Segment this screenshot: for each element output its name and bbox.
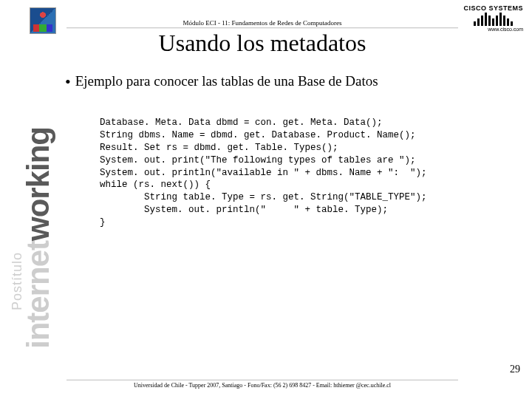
bullet-text: Ejemplo para conocer las tablas de una B… xyxy=(75,73,378,89)
slide-number: 29 xyxy=(510,364,520,375)
sidebar-internetworking: internetworking xyxy=(21,127,56,349)
cisco-bars-icon xyxy=(463,13,523,26)
module-subtitle: Módulo ECI - 11: Fundamentos de Redes de… xyxy=(66,19,458,28)
cisco-logo: CISCO SYSTEMS www.cisco.com xyxy=(463,4,523,32)
sidebar-internet-dark: working xyxy=(21,127,55,241)
code-block: Database. Meta. Data dbmd = con. get. Me… xyxy=(100,117,510,229)
page-title: Usando los metadatos xyxy=(66,30,458,57)
bullet-dot-icon: • xyxy=(65,72,71,91)
footer-text: Universidad de Chile - Tupper 2007, Sant… xyxy=(66,380,458,389)
cisco-brand-text: CISCO SYSTEMS xyxy=(463,4,523,12)
uchile-emblem xyxy=(30,7,56,34)
cisco-url: www.cisco.com xyxy=(463,27,523,32)
bullet-item: •Ejemplo para conocer las tablas de una … xyxy=(65,72,510,92)
sidebar-internet-light: internet xyxy=(21,241,55,349)
